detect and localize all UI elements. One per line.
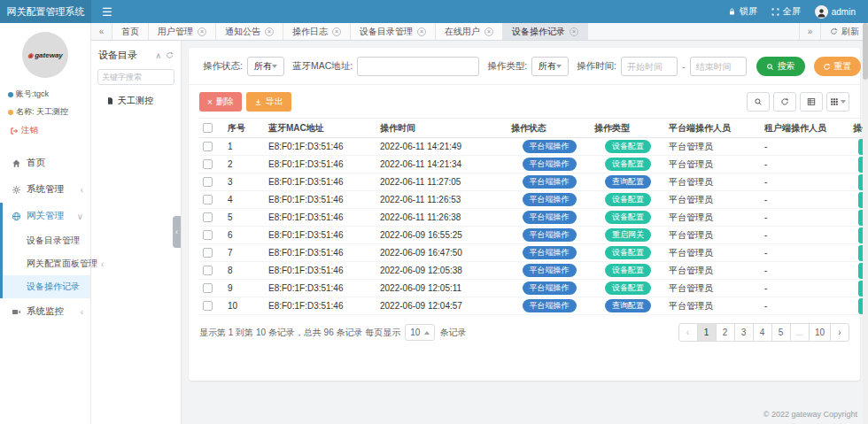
end-time-input[interactable]: [690, 57, 747, 76]
copyright-text: © 2022 gateway Copyright: [763, 410, 857, 419]
page-button[interactable]: 3: [734, 323, 754, 342]
status-badge: 平台端操作: [523, 228, 577, 242]
tab-refresh-button[interactable]: 刷新: [820, 23, 868, 40]
collapse-up-icon[interactable]: ∧: [155, 51, 161, 60]
keyword-search-input[interactable]: [97, 69, 174, 85]
type-badge: 设备配置: [605, 211, 651, 224]
sidebar-item-gateway-panel-mgmt[interactable]: 网关配置面板管理 ‹: [3, 252, 90, 275]
logout-button[interactable]: 注销: [0, 120, 90, 143]
page-button[interactable]: 2: [716, 323, 735, 342]
row-checkbox[interactable]: [203, 195, 213, 204]
status-filter-select[interactable]: 所有: [247, 57, 284, 76]
tabs-container: 首页 用户管理 × 通知公告 × 操作日志 × 设备目录管理 × 在线用户 × …: [112, 23, 588, 40]
tab[interactable]: 设备目录管理 ×: [351, 23, 436, 40]
row-checkbox[interactable]: [203, 159, 213, 169]
sidebar-item-system-mgmt[interactable]: 系统管理 ‹: [3, 176, 90, 203]
reset-button[interactable]: 重置: [814, 57, 861, 76]
table-row: 1 E8:F0:1F:D3:51:46 2022-06-11 14:21:49 …: [199, 138, 868, 156]
sidebar-toggle-icon[interactable]: ☰: [102, 6, 112, 18]
row-checkbox[interactable]: [203, 266, 213, 275]
row-checkbox[interactable]: [203, 248, 213, 258]
camera-icon: [12, 307, 21, 317]
row-checkbox[interactable]: [203, 283, 213, 293]
type-filter-select[interactable]: 所有: [531, 57, 569, 76]
fullscreen-button[interactable]: 全屏: [771, 5, 801, 18]
tab-close-icon[interactable]: ×: [265, 27, 274, 36]
row-checkbox[interactable]: [203, 177, 213, 187]
sidebar-item-device-directory-mgmt[interactable]: 设备目录管理: [3, 229, 90, 252]
table-columns-button[interactable]: [826, 92, 849, 112]
page-button[interactable]: 1: [697, 323, 717, 342]
select-all-checkbox[interactable]: [203, 123, 213, 133]
refresh-icon: [830, 27, 838, 35]
sidebar-item-home[interactable]: 首页: [3, 150, 90, 176]
tab-close-icon[interactable]: ×: [198, 27, 206, 36]
table-refresh-button[interactable]: [773, 92, 796, 112]
page-button[interactable]: 10: [809, 323, 831, 342]
tab-close-icon[interactable]: ×: [332, 27, 341, 36]
main-content: 操作状态: 所有 蓝牙MAC地址: 操作类型: 所有 操作时间: - 搜索: [182, 41, 868, 424]
records-table: 序号 蓝牙MAC地址 操作时间 操作状态 操作类型 平台端操作人员 租户端操作人…: [199, 118, 868, 315]
caret-down-icon: [841, 100, 846, 104]
export-button[interactable]: 导出: [246, 92, 291, 112]
row-checkbox[interactable]: [203, 301, 213, 311]
sidebar-item-gateway-mgmt[interactable]: 网关管理 ∨: [3, 203, 90, 229]
table-row: 2 E8:F0:1F:D3:51:46 2022-06-11 14:21:34 …: [199, 156, 868, 173]
tab[interactable]: 在线用户 ×: [436, 23, 503, 40]
search-button[interactable]: 搜索: [756, 57, 805, 76]
tab-close-icon[interactable]: ×: [417, 27, 426, 36]
page-size-select[interactable]: 10: [405, 324, 435, 341]
table-row: 6 E8:F0:1F:D3:51:46 2022-06-09 16:55:25 …: [199, 227, 868, 244]
table-view-toggle-button[interactable]: [800, 92, 823, 112]
lock-icon: [728, 7, 736, 16]
type-badge: 查询配置: [605, 175, 651, 189]
table-body: 1 E8:F0:1F:D3:51:46 2022-06-11 14:21:49 …: [199, 138, 868, 315]
row-checkbox[interactable]: [203, 142, 213, 151]
start-time-input[interactable]: [621, 57, 678, 76]
tab-close-icon[interactable]: ×: [484, 27, 493, 36]
delete-button[interactable]: × 删除: [199, 92, 242, 112]
chevron-left-icon: ‹: [81, 307, 83, 317]
scrollbar-track[interactable]: [863, 23, 868, 424]
row-checkbox[interactable]: [203, 230, 213, 240]
username: admin: [832, 7, 856, 17]
scrollbar-thumb[interactable]: [863, 23, 868, 80]
row-checkbox[interactable]: [203, 212, 213, 222]
page-button: ‹: [678, 323, 698, 342]
tree-node-tiangong[interactable]: 天工测控: [91, 89, 181, 107]
tab[interactable]: 通知公告 ×: [216, 23, 283, 40]
type-badge: 重启网关: [605, 228, 651, 242]
tab[interactable]: 首页: [112, 23, 149, 40]
sidebar-item-device-operation-records[interactable]: 设备操作记录: [3, 275, 90, 298]
tab-close-icon[interactable]: ×: [570, 27, 578, 36]
chevron-left-icon: ‹: [81, 185, 83, 195]
type-badge: 设备配置: [605, 158, 651, 171]
panel-refresh-icon[interactable]: [166, 51, 174, 59]
tabs-scroll-back-button[interactable]: «: [91, 23, 112, 40]
status-badge: 平台端操作: [523, 299, 577, 312]
tab[interactable]: 操作日志 ×: [283, 23, 351, 40]
status-badge: 平台端操作: [523, 193, 577, 206]
table-search-button[interactable]: [747, 92, 770, 112]
sidebar-item-system-monitor[interactable]: 系统监控 ‹: [3, 298, 90, 325]
records-card: 操作状态: 所有 蓝牙MAC地址: 操作类型: 所有 操作时间: - 搜索: [189, 48, 860, 381]
table-row: 10 E8:F0:1F:D3:51:46 2022-06-09 12:04:57…: [199, 297, 868, 315]
globe-icon: [12, 212, 21, 221]
tab[interactable]: 用户管理 ×: [149, 23, 216, 40]
top-navbar: 网关配置管理系统 ☰ 锁屏 全屏 admin: [0, 0, 868, 23]
page-button[interactable]: ›: [830, 323, 849, 342]
caret-down-icon: [556, 65, 562, 68]
tabs-scroll-forward-button[interactable]: »: [799, 23, 820, 40]
user-menu[interactable]: admin: [815, 5, 856, 19]
mac-address-input[interactable]: [357, 57, 479, 76]
page-button[interactable]: 5: [771, 323, 791, 342]
page-button[interactable]: 4: [753, 323, 772, 342]
logout-icon: [10, 127, 19, 135]
mac-filter-label: 蓝牙MAC地址:: [292, 60, 353, 73]
status-badge: 平台端操作: [523, 246, 577, 259]
panel-collapse-handle[interactable]: ‹: [173, 216, 181, 248]
tab[interactable]: 设备操作记录 ×: [503, 23, 588, 40]
table-row: 5 E8:F0:1F:D3:51:46 2022-06-11 11:26:38 …: [199, 209, 868, 227]
lock-screen-button[interactable]: 锁屏: [728, 5, 757, 18]
status-badge: 平台端操作: [523, 281, 577, 295]
